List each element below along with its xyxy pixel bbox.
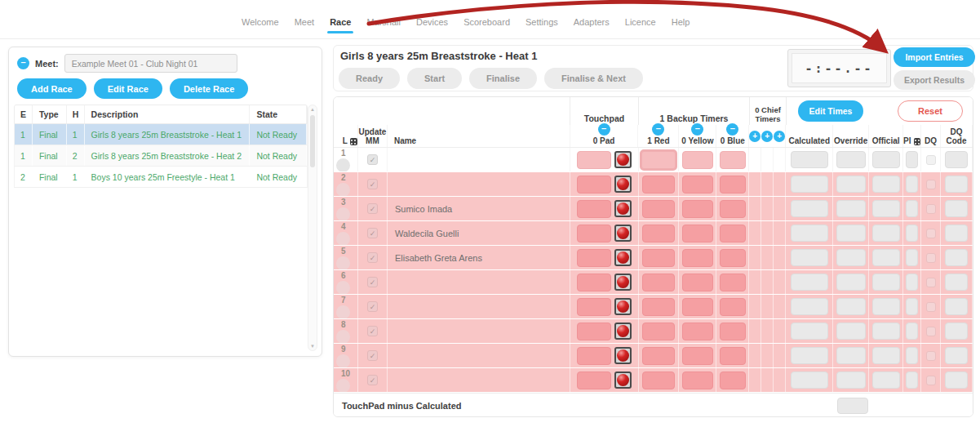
pad-button[interactable]: [614, 323, 632, 340]
calculated-input[interactable]: [791, 249, 828, 266]
official-input[interactable]: [872, 249, 900, 266]
update-mm-checkbox[interactable]: [367, 277, 378, 287]
lane-order-icon[interactable]: [350, 138, 357, 145]
yellow-timer-input[interactable]: [682, 371, 713, 389]
override-input[interactable]: [836, 323, 866, 340]
place-input[interactable]: [906, 176, 918, 193]
dq-code-input[interactable]: [945, 298, 968, 315]
update-mm-checkbox[interactable]: [367, 301, 378, 312]
blue-timer-input[interactable]: [720, 274, 746, 291]
update-mm-checkbox[interactable]: [367, 350, 378, 361]
nav-tab[interactable]: Marshall: [366, 17, 401, 33]
place-input[interactable]: [906, 371, 918, 389]
dq-checkbox[interactable]: [926, 327, 936, 336]
red-timer-input[interactable]: [640, 149, 677, 171]
dq-code-input[interactable]: [945, 371, 968, 389]
remove-blue-timer-icon[interactable]: [726, 123, 738, 136]
edit-race-button[interactable]: Edit Race: [94, 78, 162, 99]
remove-red-timer-icon[interactable]: [652, 123, 664, 136]
official-input[interactable]: [872, 298, 900, 315]
add-chief-timer-icon[interactable]: [749, 131, 760, 142]
nav-tab[interactable]: Devices: [416, 17, 448, 33]
nav-tab[interactable]: Help: [672, 17, 690, 33]
override-input[interactable]: [836, 200, 866, 217]
place-input[interactable]: [906, 298, 918, 315]
place-input[interactable]: [906, 200, 918, 217]
override-input[interactable]: [836, 225, 866, 242]
update-mm-checkbox[interactable]: [367, 203, 378, 214]
pad-time-input[interactable]: [577, 225, 611, 242]
update-mm-checkbox[interactable]: [367, 326, 378, 336]
dq-code-input[interactable]: [945, 151, 968, 168]
dq-code-input[interactable]: [945, 249, 968, 266]
race-table-scrollbar[interactable]: ▲ ▼: [308, 105, 317, 351]
pad-button[interactable]: [614, 151, 632, 168]
add-chief-timer-icon[interactable]: [761, 131, 773, 142]
pad-time-input[interactable]: [577, 274, 611, 291]
official-input[interactable]: [872, 371, 900, 389]
red-timer-input[interactable]: [642, 347, 675, 365]
update-mm-checkbox[interactable]: [367, 375, 378, 385]
dq-code-input[interactable]: [945, 176, 968, 193]
pad-button[interactable]: [614, 249, 632, 266]
yellow-timer-input[interactable]: [682, 225, 713, 242]
nav-tab[interactable]: Licence: [625, 17, 656, 33]
place-input[interactable]: [906, 274, 918, 291]
place-order-icon[interactable]: [914, 138, 921, 145]
pad-time-input[interactable]: [577, 176, 611, 194]
add-chief-timer-icon[interactable]: [774, 131, 785, 142]
pad-time-input[interactable]: [577, 200, 611, 218]
place-input[interactable]: [906, 249, 918, 266]
yellow-timer-input[interactable]: [682, 323, 713, 340]
official-input[interactable]: [872, 274, 900, 291]
update-mm-checkbox[interactable]: [367, 154, 378, 165]
override-input[interactable]: [836, 274, 866, 291]
blue-timer-input[interactable]: [720, 347, 746, 365]
override-input[interactable]: [836, 249, 866, 266]
calculated-input[interactable]: [791, 323, 828, 340]
nav-tab[interactable]: Settings: [525, 17, 558, 33]
yellow-timer-input[interactable]: [682, 274, 713, 291]
pad-button[interactable]: [614, 200, 632, 217]
pad-button[interactable]: [614, 176, 632, 193]
pad-time-input[interactable]: [577, 371, 611, 389]
dq-code-input[interactable]: [945, 323, 968, 340]
yellow-timer-input[interactable]: [682, 151, 713, 169]
export-results-button[interactable]: Export Results: [894, 70, 975, 90]
dq-checkbox[interactable]: [926, 253, 936, 263]
dq-code-input[interactable]: [945, 225, 968, 242]
dq-checkbox[interactable]: [926, 278, 936, 287]
red-timer-input[interactable]: [642, 323, 675, 340]
blue-timer-input[interactable]: [720, 249, 746, 267]
official-input[interactable]: [872, 200, 900, 217]
pad-button[interactable]: [614, 347, 632, 364]
calculated-input[interactable]: [791, 274, 828, 291]
dq-checkbox[interactable]: [926, 204, 936, 214]
blue-timer-input[interactable]: [720, 371, 746, 389]
pad-time-input[interactable]: [577, 347, 611, 365]
nav-tab[interactable]: Welcome: [242, 17, 279, 33]
remove-pad-icon[interactable]: [598, 123, 610, 136]
red-timer-input[interactable]: [642, 298, 675, 316]
dq-checkbox[interactable]: [926, 376, 936, 385]
place-input[interactable]: [906, 323, 918, 340]
place-input[interactable]: [906, 347, 918, 364]
blue-timer-input[interactable]: [720, 298, 746, 316]
calculated-input[interactable]: [791, 176, 828, 193]
update-mm-checkbox[interactable]: [367, 179, 378, 189]
yellow-timer-input[interactable]: [682, 200, 713, 218]
nav-tab[interactable]: Adapters: [574, 17, 610, 33]
red-timer-input[interactable]: [642, 274, 675, 291]
override-input[interactable]: [836, 176, 866, 193]
dq-checkbox[interactable]: [926, 302, 936, 312]
edit-times-button[interactable]: Edit Times: [798, 100, 863, 122]
race-state-button[interactable]: Finalise & Next: [544, 68, 643, 89]
pad-time-input[interactable]: [577, 298, 611, 316]
yellow-timer-input[interactable]: [682, 347, 713, 365]
nav-tab[interactable]: Race: [330, 17, 351, 33]
nav-tab[interactable]: Scoreboard: [463, 17, 510, 33]
dq-code-input[interactable]: [945, 347, 968, 364]
race-list-row[interactable]: 1 Final 2 Girls 8 years 25m Breaststroke…: [14, 145, 308, 167]
dq-checkbox[interactable]: [926, 155, 936, 165]
dq-checkbox[interactable]: [926, 351, 936, 361]
